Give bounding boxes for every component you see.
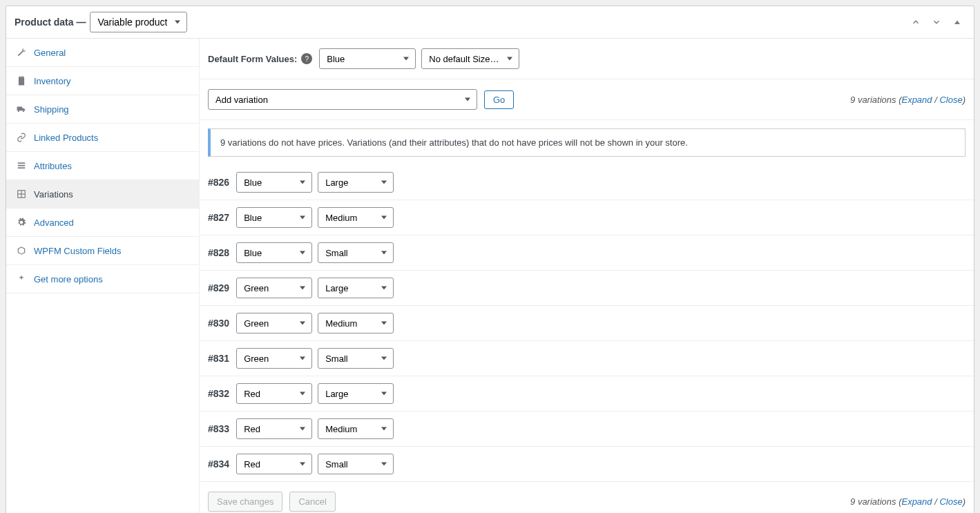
variation-row[interactable]: #826BlueLarge xyxy=(200,165,974,200)
default-color-select[interactable]: Blue xyxy=(319,48,416,69)
variation-id: #833 xyxy=(208,423,229,434)
tab-wpfm-custom-fields[interactable]: WPFM Custom Fields xyxy=(6,237,199,265)
default-size-select[interactable]: No default Size… xyxy=(421,48,519,69)
tab-shipping[interactable]: Shipping xyxy=(6,95,199,124)
variations-footer: Save changes Cancel 9 variations (Expand… xyxy=(200,482,974,513)
panel-title: Product data — xyxy=(15,17,86,28)
variation-id: #834 xyxy=(208,458,229,470)
close-link[interactable]: Close xyxy=(939,95,962,105)
default-form-values-row: Default Form Values: ? Blue No default S… xyxy=(200,39,974,79)
close-link[interactable]: Close xyxy=(939,496,962,507)
svg-rect-3 xyxy=(18,167,26,168)
variation-row[interactable]: #832RedLarge xyxy=(200,376,974,412)
box-icon xyxy=(16,245,27,256)
tab-linked-products[interactable]: Linked Products xyxy=(6,124,199,152)
variations-count-top: 9 variations (Expand / Close) xyxy=(850,95,965,105)
variation-row[interactable]: #827BlueMedium xyxy=(200,200,974,235)
variation-size-select[interactable]: Medium xyxy=(318,313,394,333)
save-changes-button[interactable]: Save changes xyxy=(208,492,282,512)
variation-id: #832 xyxy=(208,388,229,399)
tab-advanced[interactable]: Advanced xyxy=(6,209,199,237)
svg-marker-0 xyxy=(954,21,960,25)
variation-size-select[interactable]: Large xyxy=(318,278,394,298)
panel-collapse-icon[interactable] xyxy=(949,14,965,30)
variation-size-select[interactable]: Large xyxy=(318,383,394,404)
panel-header: Product data — Variable product xyxy=(6,6,974,39)
help-icon[interactable]: ? xyxy=(301,53,312,64)
svg-rect-2 xyxy=(18,165,26,166)
panel-body: General Inventory Shipping Linked Produc… xyxy=(6,39,974,513)
variation-id: #830 xyxy=(208,318,229,329)
panel-header-controls xyxy=(907,14,965,30)
variation-size-select[interactable]: Small xyxy=(318,348,394,369)
add-variation-toolbar: Add variation Go 9 variations (Expand / … xyxy=(200,79,974,120)
variation-row[interactable]: #834RedSmall xyxy=(200,447,974,482)
cancel-button[interactable]: Cancel xyxy=(289,492,335,512)
tab-label: General xyxy=(34,48,66,58)
variations-count-bottom: 9 variations (Expand / Close) xyxy=(850,496,965,507)
tab-get-more-options[interactable]: Get more options xyxy=(6,265,199,293)
panel-order-down-icon[interactable] xyxy=(928,14,945,30)
list-icon xyxy=(16,160,27,171)
variation-id: #829 xyxy=(208,282,229,293)
product-data-tabs: General Inventory Shipping Linked Produc… xyxy=(6,39,200,513)
product-type-select[interactable]: Variable product xyxy=(90,12,187,32)
variation-id: #827 xyxy=(208,212,229,223)
variation-color-select[interactable]: Blue xyxy=(236,172,312,193)
variation-row[interactable]: #829GreenLarge xyxy=(200,271,974,306)
variation-color-select[interactable]: Red xyxy=(236,418,312,439)
variation-action-select[interactable]: Add variation xyxy=(208,89,477,110)
panel-order-up-icon[interactable] xyxy=(907,14,924,30)
link-icon xyxy=(16,132,27,143)
tab-label: WPFM Custom Fields xyxy=(34,246,121,256)
tab-variations[interactable]: Variations xyxy=(6,180,199,209)
variation-id: #826 xyxy=(208,177,229,188)
product-data-panel: Product data — Variable product xyxy=(6,6,974,513)
variation-color-select[interactable]: Green xyxy=(236,278,312,298)
price-warning-notice: 9 variations do not have prices. Variati… xyxy=(208,128,965,157)
variation-color-select[interactable]: Blue xyxy=(236,207,312,228)
tab-inventory[interactable]: Inventory xyxy=(6,67,199,95)
go-button[interactable]: Go xyxy=(484,90,514,109)
variation-row[interactable]: #828BlueSmall xyxy=(200,235,974,271)
sparkle-icon xyxy=(16,273,27,284)
variations-list: #826BlueLarge#827BlueMedium#828BlueSmall… xyxy=(200,165,974,482)
tab-attributes[interactable]: Attributes xyxy=(6,152,199,180)
variations-content: Default Form Values: ? Blue No default S… xyxy=(200,39,974,513)
variation-color-select[interactable]: Blue xyxy=(236,242,312,263)
tab-general[interactable]: General xyxy=(6,39,199,67)
variation-size-select[interactable]: Large xyxy=(318,172,394,193)
wrench-icon xyxy=(16,47,27,58)
expand-link[interactable]: Expand xyxy=(901,496,932,507)
variation-row[interactable]: #831GreenSmall xyxy=(200,341,974,376)
clipboard-icon xyxy=(16,75,27,86)
variation-size-select[interactable]: Small xyxy=(318,242,394,263)
svg-rect-1 xyxy=(18,162,26,164)
variation-color-select[interactable]: Red xyxy=(236,454,312,474)
tab-label: Linked Products xyxy=(34,133,98,143)
variation-size-select[interactable]: Medium xyxy=(318,418,394,439)
tab-label: Attributes xyxy=(34,161,72,171)
tab-label: Variations xyxy=(34,189,73,200)
tab-label: Get more options xyxy=(34,274,103,284)
tab-label: Shipping xyxy=(34,104,69,115)
variation-id: #831 xyxy=(208,353,229,364)
variation-color-select[interactable]: Red xyxy=(236,383,312,404)
variation-size-select[interactable]: Medium xyxy=(318,207,394,228)
variation-size-select[interactable]: Small xyxy=(318,454,394,474)
variation-row[interactable]: #833RedMedium xyxy=(200,412,974,447)
truck-icon xyxy=(16,104,27,115)
default-form-values-label: Default Form Values: xyxy=(208,54,297,64)
variation-color-select[interactable]: Green xyxy=(236,348,312,369)
grid-icon xyxy=(16,188,27,200)
tab-label: Advanced xyxy=(34,217,74,228)
gear-icon xyxy=(16,217,27,228)
variation-color-select[interactable]: Green xyxy=(236,313,312,333)
tab-label: Inventory xyxy=(34,76,70,86)
expand-link[interactable]: Expand xyxy=(901,95,932,105)
variation-row[interactable]: #830GreenMedium xyxy=(200,306,974,341)
variation-id: #828 xyxy=(208,247,229,258)
